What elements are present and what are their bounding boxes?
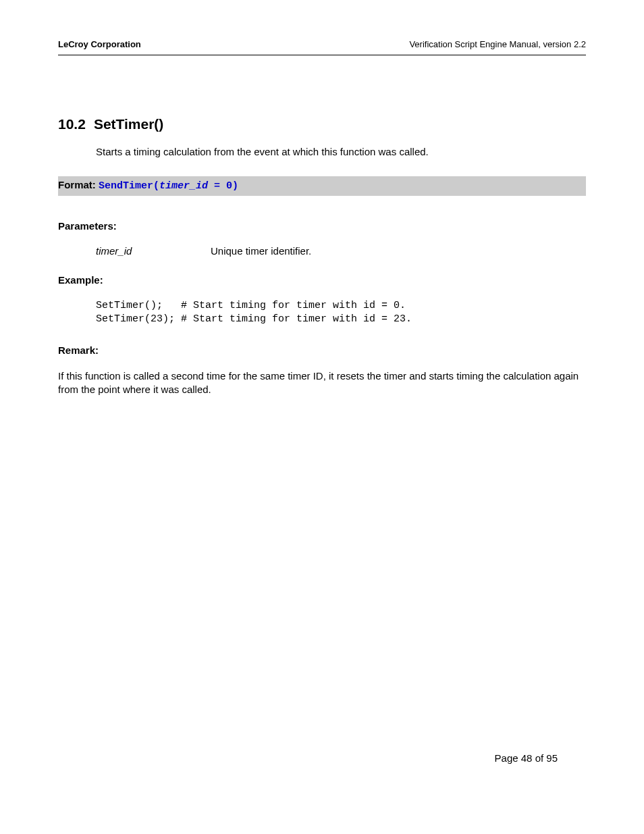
format-rest: = 0) xyxy=(208,180,238,192)
page-footer: Page 48 of 95 xyxy=(495,752,558,764)
section-number: 10.2 xyxy=(58,116,86,132)
section-heading: 10.2SetTimer() xyxy=(58,116,586,132)
header-doc-title: Verification Script Engine Manual, versi… xyxy=(409,39,586,49)
section-title: SetTimer() xyxy=(94,116,163,132)
remark-heading: Remark: xyxy=(58,344,586,356)
format-func-open: SendTimer( xyxy=(99,180,159,192)
example-code: SetTimer(); # Start timing for timer wit… xyxy=(96,299,586,325)
header-divider xyxy=(58,55,586,55)
parameter-name: timer_id xyxy=(96,245,211,257)
parameter-row: timer_id Unique timer identifier. xyxy=(96,245,586,257)
parameters-heading: Parameters: xyxy=(58,220,586,232)
page-header: LeCroy Corporation Verification Script E… xyxy=(58,39,586,49)
page-container: LeCroy Corporation Verification Script E… xyxy=(0,0,644,834)
format-param: timer_id xyxy=(159,180,208,192)
parameter-desc: Unique timer identifier. xyxy=(211,245,311,257)
format-bar: Format: SendTimer(timer_id = 0) xyxy=(58,176,586,196)
header-company: LeCroy Corporation xyxy=(58,39,141,49)
example-heading: Example: xyxy=(58,274,586,286)
section-intro: Starts a timing calculation from the eve… xyxy=(96,146,586,157)
remark-text: If this function is called a second time… xyxy=(58,369,586,397)
format-code: SendTimer(timer_id = 0) xyxy=(99,180,238,192)
format-label: Format: xyxy=(58,179,99,190)
